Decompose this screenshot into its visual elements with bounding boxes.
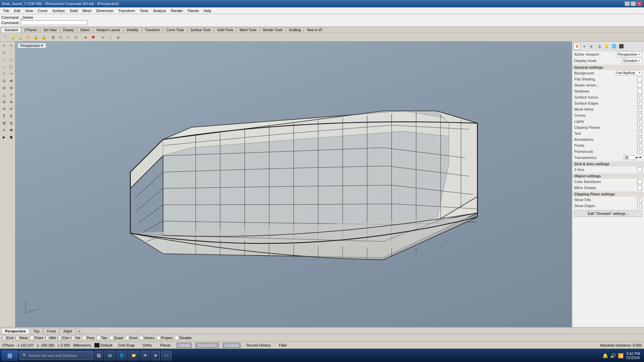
- snap-point-checkbox[interactable]: [30, 336, 34, 340]
- viewport-area[interactable]: Perspective ▼: [15, 42, 572, 327]
- minimize-button[interactable]: ─: [625, 1, 630, 6]
- tab-visibility[interactable]: Visibility: [123, 27, 142, 33]
- menu-curve[interactable]: Curve: [36, 8, 49, 13]
- toolbar-viewport2-icon[interactable]: ⊠: [72, 34, 80, 41]
- menu-render[interactable]: Render: [169, 8, 185, 13]
- menu-transform[interactable]: Transform: [116, 8, 137, 13]
- transparency-spinner[interactable]: ⏶⏷: [635, 156, 642, 159]
- surface-edges-checkbox[interactable]: [637, 101, 642, 106]
- snap-vertex-checkbox[interactable]: [139, 336, 143, 340]
- lt-analyze-icon[interactable]: ⟲: [1, 106, 7, 112]
- lt-select-icon[interactable]: ↖: [1, 42, 7, 49]
- panel-icon-object[interactable]: ●: [581, 43, 588, 50]
- tray-icon-3[interactable]: 📶: [618, 353, 624, 358]
- toolbar-red-icon[interactable]: ●: [82, 34, 89, 41]
- lt-surface-icon[interactable]: ⊙: [1, 77, 7, 84]
- tab-setview[interactable]: Set View: [40, 27, 59, 33]
- snap-cen-checkbox[interactable]: ✓: [58, 336, 62, 340]
- lt-mesh-icon[interactable]: ⊖: [1, 84, 7, 91]
- show-fills-checkbox[interactable]: [637, 197, 642, 202]
- snap-near-checkbox[interactable]: ✓: [15, 336, 19, 340]
- lt-stop-icon[interactable]: ⏹: [8, 134, 14, 140]
- vp-tab-add-button[interactable]: +: [76, 328, 82, 334]
- toolbar-delete-icon[interactable]: ✖: [90, 34, 97, 41]
- taskbar-explorer-btn[interactable]: 📁: [128, 351, 139, 360]
- z-axis-checkbox[interactable]: [637, 167, 642, 172]
- panel-icon-light[interactable]: 💡: [603, 43, 610, 50]
- menu-mesh[interactable]: Mesh: [80, 8, 94, 13]
- tab-render-tools[interactable]: Render Tools: [260, 27, 286, 33]
- lt-text-icon[interactable]: T: [1, 113, 7, 119]
- toolbar-lock-icon[interactable]: 🔒: [32, 34, 40, 41]
- boat-viewport[interactable]: [15, 42, 572, 327]
- surface-isocurves-checkbox[interactable]: [637, 95, 642, 100]
- status-recordhistory-btn[interactable]: Record History: [244, 343, 273, 348]
- lights-checkbox[interactable]: [637, 119, 642, 124]
- pointclouds-checkbox[interactable]: [637, 149, 642, 154]
- lt-arc-icon[interactable]: ⌓: [1, 63, 7, 70]
- lt-circle-icon[interactable]: ○: [1, 56, 7, 63]
- snap-end-checkbox[interactable]: ✓: [2, 336, 6, 340]
- tab-new-v5[interactable]: New in V5: [304, 27, 325, 33]
- lt-solid-icon[interactable]: △: [1, 92, 7, 98]
- points-checkbox[interactable]: [637, 143, 642, 148]
- lt-grid2-icon[interactable]: ⊟: [8, 120, 14, 126]
- toolbar-new-icon[interactable]: ☀: [1, 34, 9, 41]
- clipping-planes-checkbox[interactable]: [637, 125, 642, 130]
- mesh-wires-checkbox[interactable]: [637, 107, 642, 112]
- toolbar-save-icon[interactable]: 💡: [17, 34, 24, 41]
- snap-tan-checkbox[interactable]: [97, 336, 101, 340]
- tray-icon-2[interactable]: 🔊: [610, 353, 616, 358]
- text-checkbox[interactable]: [637, 131, 642, 136]
- tab-select[interactable]: Select: [77, 27, 93, 33]
- menu-help[interactable]: Help: [202, 8, 213, 13]
- shadows-checkbox[interactable]: [637, 89, 642, 94]
- lt-cross-icon[interactable]: ✖: [8, 127, 14, 133]
- show-edges-checkbox[interactable]: [637, 203, 642, 208]
- lt-rotate-icon[interactable]: ⊛: [8, 99, 14, 105]
- toolbar-layer2-icon[interactable]: ⊞: [57, 34, 64, 41]
- toolbar-unlock-icon[interactable]: 🔓: [40, 34, 47, 41]
- tray-icon-1[interactable]: 🔔: [602, 353, 608, 358]
- taskbar-rhino-btn[interactable]: 🦏: [104, 351, 115, 360]
- tab-viewport-layout[interactable]: Viewport Layout: [93, 27, 123, 33]
- lt-history-icon[interactable]: ⟳: [8, 106, 14, 112]
- tab-display[interactable]: Display: [60, 27, 77, 33]
- menu-solid[interactable]: Solid: [68, 8, 80, 13]
- taskbar-ie-btn[interactable]: 🌐: [116, 351, 127, 360]
- shade-vertex-checkbox[interactable]: [637, 83, 642, 87]
- menu-file[interactable]: File: [1, 8, 11, 13]
- toolbar-snap1-icon[interactable]: ◈: [99, 34, 106, 41]
- vp-tab-top[interactable]: Top: [30, 328, 43, 334]
- toolbar-snap3-icon[interactable]: ◆: [114, 34, 122, 41]
- tab-drafting[interactable]: Drafting: [286, 27, 304, 33]
- flat-shading-checkbox[interactable]: [637, 77, 642, 81]
- tab-cplanes[interactable]: CPlanes: [21, 27, 40, 33]
- active-viewport-dropdown[interactable]: Perspective ▼: [616, 52, 642, 57]
- taskbar-mail-btn[interactable]: ✉: [141, 351, 150, 360]
- tab-standard[interactable]: Standard: [1, 27, 21, 33]
- menu-surface[interactable]: Surface: [50, 8, 67, 13]
- start-button[interactable]: ⊞: [1, 350, 18, 361]
- lt-surface2-icon[interactable]: ⊕: [8, 77, 14, 84]
- lt-dim-icon[interactable]: A: [8, 113, 14, 119]
- taskbar-chrome-btn[interactable]: ⊕: [151, 351, 160, 360]
- toolbar-save2-icon[interactable]: 🔆: [24, 34, 32, 41]
- display-mode-dropdown[interactable]: Ghosted ▼: [621, 58, 642, 63]
- lt-spline-icon[interactable]: 〜: [8, 70, 14, 77]
- tab-curve-tools[interactable]: Curve Tools: [163, 27, 187, 33]
- tab-solid-tools[interactable]: Solid Tools: [214, 27, 236, 33]
- lt-poly-icon[interactable]: ⬡: [8, 63, 14, 70]
- lt-curve-icon[interactable]: ∿: [1, 49, 7, 56]
- lt-play-icon[interactable]: ▶: [1, 134, 7, 140]
- menu-panels[interactable]: Panels: [186, 8, 201, 13]
- status-ortho-btn[interactable]: Ortho: [140, 343, 154, 348]
- status-osnap-btn[interactable]: Osnap: [176, 343, 192, 348]
- lt-check-icon[interactable]: ✔: [1, 127, 7, 133]
- tab-transform[interactable]: Transform: [142, 27, 163, 33]
- bbox-display-checkbox[interactable]: [637, 185, 642, 190]
- toolbar-viewport-icon[interactable]: ⊟: [65, 34, 72, 41]
- status-gridsnap-btn[interactable]: Grid Snap: [116, 343, 137, 348]
- taskbar-search[interactable]: 🔍 Search the web and Windows: [19, 351, 93, 360]
- taskbar-ps-btn[interactable]: Ps: [161, 351, 172, 360]
